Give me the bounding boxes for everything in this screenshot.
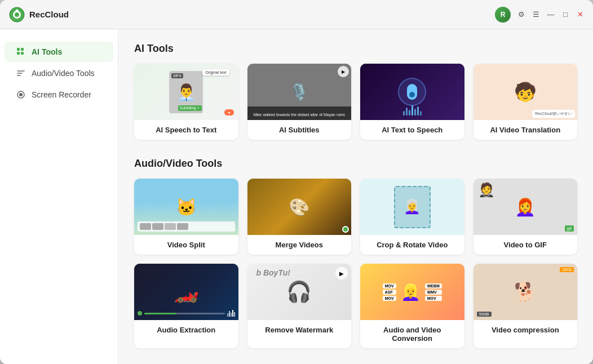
sidebar-item-av-tools-label: Audio/Video Tools [32,69,95,78]
tool-label-av-convert: Audio and Video Conversion [360,320,464,348]
content-area: AI Tools Audio/Video Tools Screen Rec [0,29,593,364]
tool-card-text-to-speech[interactable]: AI Text to Speech [360,64,464,140]
tool-label-remove-watermark: Remove Watermark [247,320,352,340]
svg-point-9 [19,93,23,96]
tool-label-text-to-speech: AI Text to Speech [360,120,464,140]
avatar[interactable]: R [495,7,511,23]
svg-rect-4 [17,48,20,51]
tool-card-av-convert[interactable]: MOV ASF MOV 👱‍♀️ WEBM WMV MOV [360,264,464,348]
thumb-text-to-speech [360,64,464,120]
sidebar-item-av-tools[interactable]: Audio/Video Tools [5,63,113,83]
merge-status-dot [342,226,349,233]
svg-rect-6 [17,52,20,55]
logo-icon [9,7,25,23]
tool-label-video-split: Video Split [134,235,238,255]
titlebar: RecCloud R ⚙ ☰ — □ ✕ [0,0,593,29]
tool-card-ai-subtitles[interactable]: 🎙️ ▶ Mike walked towards the distant alt… [247,64,352,140]
tool-card-audio-extract[interactable]: 🏎️ [134,264,238,348]
play-icon: ▶ [335,267,348,279]
menu-button[interactable]: ☰ [532,11,540,19]
av-tools-grid: 🐱 Video Split [134,179,577,348]
tool-card-merge-videos[interactable]: 🎨 Merge Videos [247,179,352,255]
tool-label-compress: Video compression [473,320,578,340]
tool-label-video-translation: AI Video Translation [473,120,578,140]
tool-card-video-split[interactable]: 🐱 Video Split [134,179,238,255]
sidebar: AI Tools Audio/Video Tools Screen Rec [0,29,118,364]
close-button[interactable]: ✕ [576,11,584,19]
tool-card-crop-rotate[interactable]: 👩‍🦳 Crop & Rotate Video [360,179,464,255]
ai-tools-grid: 👨‍💼 MP4 Subtitling ✓ Original text ● AI … [134,64,577,140]
svg-rect-5 [21,48,24,51]
thumb-ai-subtitles: 🎙️ ▶ Mike walked towards the distant alt… [247,64,352,120]
gif-badge: gif [565,225,574,232]
thumb-merge-videos: 🎨 [247,179,352,235]
tool-card-compress[interactable]: 🐕 20KB 90MB Video compression [473,264,578,348]
maximize-button[interactable]: □ [561,11,569,19]
sidebar-item-screen-recorder-label: Screen Recorder [32,90,91,99]
tool-label-video-gif: Video to GIF [473,235,578,255]
tool-label-ai-subtitles: AI Subtitles [247,120,352,140]
tool-label-speech-to-text: AI Speech to Text [134,120,238,140]
record-icon [16,90,26,99]
thumb-audio-extract: 🏎️ [134,264,238,320]
svg-rect-7 [21,52,24,55]
app-name: RecCloud [29,10,69,19]
thumb-speech-to-text: 👨‍💼 MP4 Subtitling ✓ Original text ● [134,64,238,120]
svg-point-3 [16,9,19,12]
tool-card-video-translation[interactable]: 🧒 RecCloud使いやすい AI Video Translation [473,64,578,140]
thumb-video-gif: 👩‍🦰 🤵 gif [473,179,578,235]
settings-button[interactable]: ⚙ [517,11,525,19]
ai-tools-section-title: AI Tools [134,43,577,55]
tool-card-video-gif[interactable]: 👩‍🦰 🤵 gif Video to GIF [473,179,578,255]
tool-label-crop-rotate: Crop & Rotate Video [360,235,464,255]
minimize-button[interactable]: — [547,11,555,19]
main-content: AI Tools 👨‍💼 MP4 Subtitling ✓ Original t… [118,29,593,364]
sidebar-item-ai-tools-label: AI Tools [32,47,62,56]
grid-icon [16,47,26,56]
thumb-crop-rotate: 👩‍🦳 [360,179,464,235]
tool-label-audio-extract: Audio Extraction [134,320,238,340]
thumb-compress: 🐕 20KB 90MB [473,264,578,320]
svg-point-2 [15,12,19,17]
tool-card-remove-watermark[interactable]: 🎧 b BoyTu! ▶ Remove Watermark [247,264,352,348]
titlebar-right: R ⚙ ☰ — □ ✕ [495,7,584,23]
sidebar-item-screen-recorder[interactable]: Screen Recorder [5,85,113,105]
thumb-video-translation: 🧒 RecCloud使いやすい [473,64,578,120]
app-window: RecCloud R ⚙ ☰ — □ ✕ [0,0,593,364]
tool-icon [16,69,26,78]
thumb-video-split: 🐱 [134,179,238,235]
tool-label-merge-videos: Merge Videos [247,235,352,255]
thumb-av-convert: MOV ASF MOV 👱‍♀️ WEBM WMV MOV [360,264,464,320]
titlebar-left: RecCloud [9,7,69,23]
sidebar-item-ai-tools[interactable]: AI Tools [5,42,113,62]
tool-card-speech-to-text[interactable]: 👨‍💼 MP4 Subtitling ✓ Original text ● AI … [134,64,238,140]
av-tools-section-title: Audio/Video Tools [134,158,577,170]
thumb-remove-watermark: 🎧 b BoyTu! ▶ [247,264,352,320]
